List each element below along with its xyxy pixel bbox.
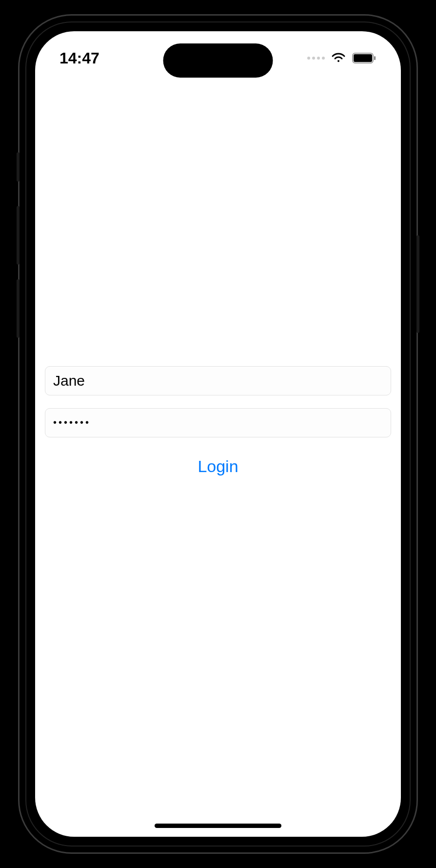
- login-button[interactable]: Login: [45, 450, 391, 483]
- phone-inner-frame: 14:47: [25, 21, 411, 847]
- battery-icon: [352, 52, 377, 64]
- status-time: 14:47: [59, 49, 99, 67]
- wifi-icon: [331, 52, 346, 64]
- cellular-signal-icon: [307, 57, 325, 60]
- volume-down-button: [17, 279, 20, 338]
- power-button: [416, 235, 419, 333]
- phone-frame: 14:47: [18, 14, 418, 854]
- screen: 14:47: [35, 31, 401, 837]
- home-indicator[interactable]: [155, 824, 281, 828]
- svg-rect-1: [354, 54, 372, 62]
- mute-switch: [17, 152, 20, 182]
- password-input[interactable]: [45, 408, 391, 437]
- svg-rect-2: [374, 56, 376, 60]
- status-indicators: [307, 52, 377, 64]
- volume-up-button: [17, 206, 20, 265]
- dynamic-island: [163, 43, 273, 78]
- username-input[interactable]: [45, 366, 391, 395]
- login-form: Login: [35, 31, 401, 837]
